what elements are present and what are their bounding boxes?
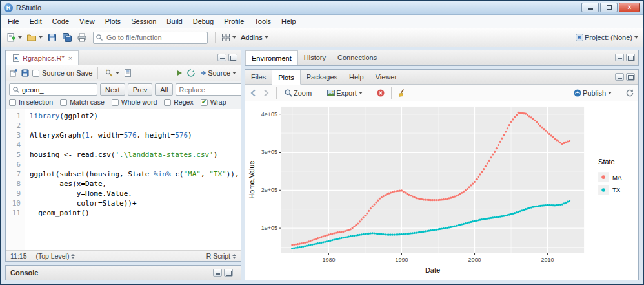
find-option-regex[interactable]: Regex [164, 98, 193, 106]
menu-item-build[interactable]: Build [161, 16, 187, 26]
forward-arrow-icon[interactable] [261, 89, 270, 98]
tab-viewer[interactable]: Viewer [370, 70, 403, 84]
addins-button[interactable]: Addins [239, 32, 270, 43]
save-icon[interactable] [21, 69, 30, 78]
svg-text:State: State [598, 158, 615, 165]
pane-layout-caret-icon [232, 36, 236, 39]
menu-item-debug[interactable]: Debug [188, 16, 219, 26]
menu-item-plots[interactable]: Plots [100, 16, 126, 26]
tab-packages[interactable]: Packages [301, 70, 343, 84]
tab-history[interactable]: History [298, 50, 332, 65]
menu-item-view[interactable]: View [74, 16, 100, 26]
source-button[interactable]: Source [198, 68, 237, 78]
magic-wand-icon [105, 69, 114, 78]
tab-connections[interactable]: Connections [332, 50, 383, 65]
svg-text:R: R [578, 35, 581, 41]
environment-maximize-button[interactable] [626, 54, 635, 61]
scope-label: (Top Level) [36, 252, 70, 260]
source-on-save-checkbox[interactable]: Source on Save [32, 69, 92, 77]
code-line[interactable]: ggplot(subset(housing, State %in% c("MA"… [30, 169, 241, 179]
replace-input[interactable] [179, 86, 241, 94]
publish-button[interactable]: Publish [572, 87, 613, 99]
find-option-whole-word[interactable]: Whole word [112, 98, 157, 106]
find-next-button[interactable]: Next [100, 83, 125, 96]
console-maximize-button[interactable] [224, 269, 233, 277]
toolbar-separator [619, 87, 619, 99]
code-line[interactable] [30, 160, 241, 169]
code-line[interactable]: AlteryxGraph(1, width=576, height=576) [30, 131, 241, 140]
tab-plots[interactable]: Plots [272, 70, 300, 85]
project-selector[interactable]: R Project: (None) [574, 32, 639, 43]
export-button[interactable]: Export [325, 87, 364, 99]
checkbox-icon [60, 99, 67, 106]
close-button[interactable]: × [619, 3, 640, 12]
rerun-icon[interactable] [186, 69, 196, 78]
find-prev-button[interactable]: Prev [128, 83, 153, 96]
popout-window-icon[interactable] [9, 69, 18, 78]
compile-report-icon[interactable] [123, 69, 132, 78]
menu-item-edit[interactable]: Edit [25, 16, 47, 26]
code-line[interactable]: color=State))+ [30, 198, 241, 208]
code-line[interactable]: geom_point() [30, 208, 241, 218]
code-line[interactable] [30, 140, 241, 150]
code-line[interactable]: library(ggplot2) [30, 111, 241, 121]
code-line[interactable]: housing <- read.csv('.\landdata-states.c… [30, 150, 241, 160]
menu-item-code[interactable]: Code [47, 16, 74, 26]
new-file-button[interactable] [5, 31, 23, 44]
find-option-in-selection[interactable]: In selection [9, 98, 53, 106]
console-minimize-button[interactable] [213, 269, 222, 277]
code-editor[interactable]: 1234567891011 library(ggplot2)AlteryxGra… [6, 109, 241, 250]
source-pane: R Rgraphics.R* × Source on Save [5, 50, 241, 262]
save-button[interactable] [46, 31, 59, 44]
back-arrow-icon[interactable] [249, 89, 258, 98]
close-tab-icon[interactable]: × [68, 54, 72, 62]
tab-help[interactable]: Help [343, 70, 370, 84]
titlebar[interactable]: R RStudio × [1, 1, 643, 15]
remove-plot-icon[interactable] [376, 89, 385, 98]
tab-environment[interactable]: Environment [245, 50, 298, 65]
scope-selector[interactable]: (Top Level) [36, 252, 75, 260]
clear-all-broom-icon[interactable] [397, 89, 407, 98]
find-option-match-case[interactable]: Match case [60, 98, 105, 106]
environment-minimize-button[interactable] [615, 54, 624, 61]
svg-text:R: R [14, 56, 18, 61]
pane-layout-grid-icon [221, 33, 230, 42]
print-button[interactable] [75, 31, 88, 44]
menu-item-file[interactable]: File [3, 16, 25, 26]
minimize-button[interactable] [581, 3, 599, 12]
open-file-button[interactable] [25, 31, 44, 44]
find-input[interactable] [22, 86, 94, 94]
open-folder-icon [26, 32, 37, 43]
export-caret-icon [359, 92, 363, 94]
project-caret-icon [634, 36, 638, 39]
menu-item-profile[interactable]: Profile [219, 16, 249, 26]
checkbox-icon [112, 99, 119, 106]
zoom-button[interactable]: Zoom [283, 87, 313, 99]
pane-layout-button[interactable] [220, 32, 237, 43]
menu-item-help[interactable]: Help [276, 16, 301, 26]
plots-minimize-button[interactable] [615, 73, 624, 81]
refresh-icon[interactable] [625, 89, 634, 98]
save-all-button[interactable] [61, 31, 74, 44]
plots-maximize-button[interactable] [626, 73, 635, 81]
code-line[interactable] [30, 121, 241, 131]
tab-files[interactable]: Files [245, 70, 272, 84]
code-line[interactable]: aes(x=Date, [30, 179, 241, 189]
menu-item-tools[interactable]: Tools [249, 16, 276, 26]
maximize-button[interactable] [600, 3, 618, 12]
find-option-wrap[interactable]: Wrap [201, 98, 226, 106]
editor-code[interactable]: library(ggplot2)AlteryxGraph(1, width=57… [25, 109, 241, 250]
scope-updown-icon [71, 254, 75, 259]
menu-item-session[interactable]: Session [126, 16, 161, 26]
file-type-selector[interactable]: R Script [206, 252, 236, 260]
right-column: EnvironmentHistoryConnections FilesPlots… [245, 50, 639, 280]
run-icon[interactable] [175, 69, 184, 78]
tab-rgraphics[interactable]: R Rgraphics.R* × [6, 50, 79, 65]
code-tools-button[interactable] [103, 67, 121, 79]
find-all-button[interactable]: All [155, 83, 173, 96]
checkbox-icon [32, 70, 39, 77]
pane-minimize-button[interactable] [217, 54, 226, 61]
goto-file-input[interactable] [93, 32, 208, 44]
pane-maximize-button[interactable] [228, 54, 237, 61]
code-line[interactable]: y=Home.Value, [30, 189, 241, 198]
